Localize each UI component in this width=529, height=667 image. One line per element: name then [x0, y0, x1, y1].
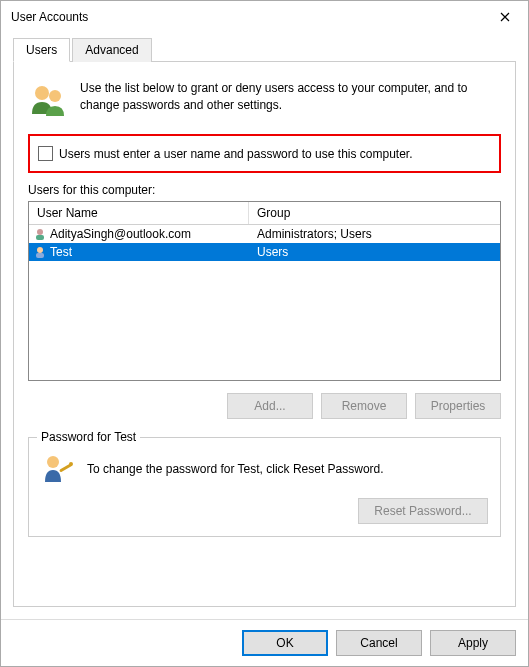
svg-point-1: [49, 90, 61, 102]
cell-username: AdityaSingh@outlook.com: [50, 227, 191, 241]
svg-point-0: [35, 86, 49, 100]
tab-users[interactable]: Users: [13, 38, 70, 62]
cell-username: Test: [50, 245, 72, 259]
window-title: User Accounts: [11, 10, 482, 24]
svg-point-2: [37, 229, 43, 235]
tab-advanced[interactable]: Advanced: [72, 38, 151, 62]
properties-button[interactable]: Properties: [415, 393, 501, 419]
close-button[interactable]: [482, 1, 528, 33]
cancel-button[interactable]: Cancel: [336, 630, 422, 656]
tab-content-users: Use the list below to grant or deny user…: [13, 62, 516, 607]
apply-button[interactable]: Apply: [430, 630, 516, 656]
password-groupbox: Password for Test To change the password…: [28, 437, 501, 537]
require-password-row: Users must enter a user name and passwor…: [38, 146, 491, 161]
require-password-label: Users must enter a user name and passwor…: [59, 147, 413, 161]
reset-button-row: Reset Password...: [41, 498, 488, 524]
svg-rect-3: [36, 235, 44, 240]
intro-text: Use the list below to grant or deny user…: [80, 80, 501, 120]
password-group-title: Password for Test: [37, 430, 140, 444]
table-row[interactable]: Test Users: [29, 243, 500, 261]
cell-group: Users: [249, 245, 500, 259]
user-icon: [33, 227, 47, 241]
close-icon: [500, 12, 510, 22]
ok-button[interactable]: OK: [242, 630, 328, 656]
svg-point-6: [47, 456, 59, 468]
svg-point-8: [69, 462, 73, 466]
users-icon: [28, 80, 68, 120]
users-listview[interactable]: User Name Group AdityaSingh@outlook.com …: [28, 201, 501, 381]
tab-row: Users Advanced: [13, 37, 516, 62]
column-group[interactable]: Group: [249, 202, 500, 224]
add-button[interactable]: Add...: [227, 393, 313, 419]
titlebar: User Accounts: [1, 1, 528, 33]
column-username[interactable]: User Name: [29, 202, 249, 224]
dialog-body: Users Advanced Use the list below to gra…: [1, 33, 528, 619]
users-for-computer-label: Users for this computer:: [28, 183, 501, 197]
highlighted-checkbox-area: Users must enter a user name and passwor…: [28, 134, 501, 173]
user-icon: [33, 245, 47, 259]
dialog-footer: OK Cancel Apply: [1, 619, 528, 666]
remove-button[interactable]: Remove: [321, 393, 407, 419]
svg-point-4: [37, 247, 43, 253]
user-buttons-row: Add... Remove Properties: [28, 393, 501, 419]
reset-password-button[interactable]: Reset Password...: [358, 498, 488, 524]
password-row: To change the password for Test, click R…: [41, 452, 488, 486]
intro-row: Use the list below to grant or deny user…: [28, 80, 501, 120]
table-row[interactable]: AdityaSingh@outlook.com Administrators; …: [29, 225, 500, 243]
svg-rect-5: [36, 253, 44, 258]
listview-header: User Name Group: [29, 202, 500, 225]
cell-group: Administrators; Users: [249, 227, 500, 241]
require-password-checkbox[interactable]: [38, 146, 53, 161]
password-text: To change the password for Test, click R…: [87, 462, 384, 476]
user-accounts-dialog: User Accounts Users Advanced Use the lis: [0, 0, 529, 667]
key-icon: [41, 452, 75, 486]
